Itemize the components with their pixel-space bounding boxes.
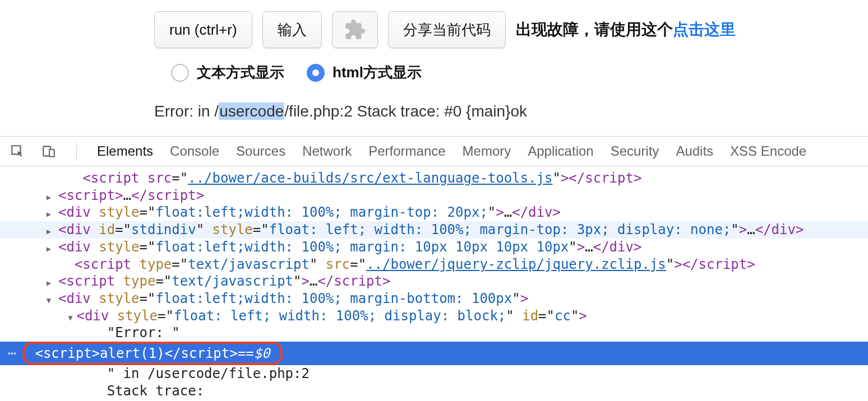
inspect-icon[interactable] bbox=[10, 144, 25, 158]
tag: </script> bbox=[131, 187, 204, 204]
expand-icon[interactable] bbox=[45, 221, 53, 239]
tab-elements[interactable]: Elements bbox=[97, 143, 153, 159]
extension-button[interactable] bbox=[332, 11, 378, 48]
tab-security[interactable]: Security bbox=[611, 143, 659, 159]
tab-audits[interactable]: Audits bbox=[676, 143, 713, 159]
dom-row-hover[interactable]: <div id="stdindiv" style="float: left; w… bbox=[0, 221, 868, 239]
attr-value: float: left; width: 100%; display: block… bbox=[174, 307, 506, 325]
dom-row[interactable]: <script>…</script> bbox=[0, 187, 868, 204]
radio-html-mode[interactable]: html方式显示 bbox=[307, 63, 422, 82]
overflow-icon[interactable]: ⋯ bbox=[0, 345, 22, 362]
error-selection: usercode bbox=[219, 102, 284, 120]
error-output: Error: in /usercode/file.php:2 Stack tra… bbox=[154, 102, 868, 120]
share-button[interactable]: 分享当前代码 bbox=[388, 11, 506, 48]
dom-tree[interactable]: <script src="../bower/ace-builds/src/ext… bbox=[0, 166, 868, 401]
ellipsis: … bbox=[123, 187, 131, 204]
tag: <script> bbox=[35, 345, 100, 362]
display-mode-radios: 文本方式显示 html方式显示 bbox=[171, 63, 868, 82]
attr-value: float:left;width: 100%; margin-bottom: 1… bbox=[155, 290, 512, 307]
selected-highlight-box: <script>alert(1)</script> == $0 bbox=[22, 342, 282, 365]
attr-value: cc bbox=[555, 307, 571, 325]
puzzle-icon bbox=[344, 18, 366, 41]
attr-value: text/javascript bbox=[172, 273, 293, 290]
text-node: " in /usercode/file.php:2 bbox=[107, 365, 310, 383]
radio-label: 文本方式显示 bbox=[197, 63, 284, 82]
console-ref: $0 bbox=[254, 345, 270, 362]
tab-sources[interactable]: Sources bbox=[236, 143, 285, 159]
dom-text[interactable]: Stack trace: bbox=[0, 383, 868, 400]
text-node: alert(1) bbox=[100, 345, 165, 362]
dom-text[interactable]: "Error: " bbox=[0, 324, 868, 342]
fault-text: 出现故障，请使用这个点击这里 bbox=[516, 19, 736, 40]
dom-row[interactable]: <div style="float:left;width: 100%; marg… bbox=[0, 290, 868, 307]
tag: <script> bbox=[58, 187, 123, 204]
attr-value: stdindiv bbox=[131, 221, 196, 239]
dom-row[interactable]: <script type="text/javascript" src="../b… bbox=[0, 256, 868, 273]
tab-xss-encode[interactable]: XSS Encode bbox=[730, 143, 806, 159]
fault-prefix: 出现故障，请使用这个 bbox=[516, 21, 673, 38]
radio-label: html方式显示 bbox=[333, 63, 422, 82]
error-prefix: Error: in / bbox=[154, 102, 219, 120]
tab-console[interactable]: Console bbox=[170, 143, 219, 159]
page-top: run (ctrl+r) 输入 分享当前代码 出现故障，请使用这个点击这里 文本… bbox=[0, 0, 868, 126]
tab-memory[interactable]: Memory bbox=[463, 143, 511, 159]
divider bbox=[76, 142, 77, 161]
devtools-tabbar: Elements Console Sources Network Perform… bbox=[0, 136, 868, 166]
dom-row[interactable]: <div style="float:left;width: 100%; marg… bbox=[0, 204, 868, 221]
tab-application[interactable]: Application bbox=[528, 143, 593, 159]
eq: == bbox=[238, 345, 254, 362]
text-node: "Error: " bbox=[107, 324, 180, 342]
dom-row[interactable]: <div style="float:left;width: 100%; marg… bbox=[0, 239, 868, 256]
tag: </script> bbox=[165, 345, 238, 362]
truncated-link: ../bower/ace-builds/src/ext-language-too… bbox=[188, 170, 552, 187]
dom-row-selected[interactable]: ⋯ <script>alert(1)</script> == $0 bbox=[0, 342, 868, 365]
radio-text-mode[interactable]: 文本方式显示 bbox=[171, 63, 284, 82]
dom-row[interactable]: <div style="float: left; width: 100%; di… bbox=[0, 307, 868, 325]
text-node: Stack trace: bbox=[107, 383, 204, 400]
input-button[interactable]: 输入 bbox=[262, 11, 322, 48]
dom-row-truncated[interactable]: <script src="../bower/ace-builds/src/ext… bbox=[0, 170, 868, 187]
attr-value: float:left;width: 100%; margin-top: 20px… bbox=[155, 204, 487, 221]
tab-performance[interactable]: Performance bbox=[368, 143, 445, 159]
run-button[interactable]: run (ctrl+r) bbox=[154, 11, 252, 48]
expand-icon[interactable] bbox=[45, 273, 53, 290]
expand-icon[interactable] bbox=[45, 204, 53, 221]
collapse-icon[interactable] bbox=[45, 290, 53, 307]
expand-icon[interactable] bbox=[45, 187, 53, 204]
dom-row[interactable]: <script type="text/javascript">…</script… bbox=[0, 273, 868, 290]
collapse-icon[interactable] bbox=[66, 307, 74, 325]
device-icon[interactable] bbox=[41, 144, 56, 158]
radio-icon bbox=[171, 64, 189, 82]
dom-text[interactable]: " in /usercode/file.php:2 bbox=[0, 365, 868, 383]
svg-rect-1 bbox=[49, 150, 54, 157]
tab-network[interactable]: Network bbox=[302, 143, 352, 159]
radio-icon bbox=[307, 64, 325, 82]
attr-link[interactable]: ../bower/jquery-zclip/jquery.zclip.js bbox=[366, 256, 666, 273]
fault-link[interactable]: 点击这里 bbox=[673, 21, 736, 38]
attr-value: text/javascript bbox=[188, 256, 310, 273]
toolbar: run (ctrl+r) 输入 分享当前代码 出现故障，请使用这个点击这里 bbox=[154, 11, 868, 48]
error-suffix: /file.php:2 Stack trace: #0 {main}ok bbox=[284, 102, 527, 120]
attr-value: float: left; width: 100%; margin-top: 3p… bbox=[269, 221, 731, 239]
attr-value: float:left;width: 100%; margin: 10px 10p… bbox=[155, 239, 569, 256]
expand-icon[interactable] bbox=[45, 239, 53, 256]
